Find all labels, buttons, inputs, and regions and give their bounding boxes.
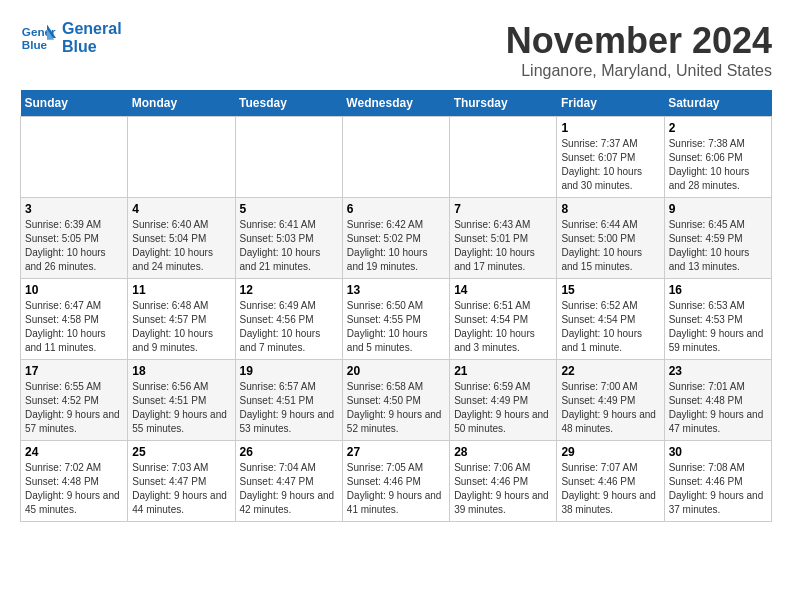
day-cell: 1Sunrise: 7:37 AM Sunset: 6:07 PM Daylig… bbox=[557, 117, 664, 198]
day-info: Sunrise: 6:40 AM Sunset: 5:04 PM Dayligh… bbox=[132, 218, 230, 274]
day-info: Sunrise: 7:08 AM Sunset: 4:46 PM Dayligh… bbox=[669, 461, 767, 517]
day-info: Sunrise: 6:57 AM Sunset: 4:51 PM Dayligh… bbox=[240, 380, 338, 436]
day-cell: 4Sunrise: 6:40 AM Sunset: 5:04 PM Daylig… bbox=[128, 198, 235, 279]
calendar-table: SundayMondayTuesdayWednesdayThursdayFrid… bbox=[20, 90, 772, 522]
day-cell bbox=[450, 117, 557, 198]
day-cell: 10Sunrise: 6:47 AM Sunset: 4:58 PM Dayli… bbox=[21, 279, 128, 360]
header: General Blue General Blue November 2024 … bbox=[20, 20, 772, 80]
day-number: 23 bbox=[669, 364, 767, 378]
day-info: Sunrise: 7:07 AM Sunset: 4:46 PM Dayligh… bbox=[561, 461, 659, 517]
day-number: 3 bbox=[25, 202, 123, 216]
day-cell: 8Sunrise: 6:44 AM Sunset: 5:00 PM Daylig… bbox=[557, 198, 664, 279]
day-cell: 14Sunrise: 6:51 AM Sunset: 4:54 PM Dayli… bbox=[450, 279, 557, 360]
logo-line2: Blue bbox=[62, 38, 122, 56]
day-cell: 25Sunrise: 7:03 AM Sunset: 4:47 PM Dayli… bbox=[128, 441, 235, 522]
day-cell: 18Sunrise: 6:56 AM Sunset: 4:51 PM Dayli… bbox=[128, 360, 235, 441]
day-number: 14 bbox=[454, 283, 552, 297]
month-title: November 2024 bbox=[506, 20, 772, 62]
day-cell bbox=[21, 117, 128, 198]
day-info: Sunrise: 7:00 AM Sunset: 4:49 PM Dayligh… bbox=[561, 380, 659, 436]
day-number: 16 bbox=[669, 283, 767, 297]
day-info: Sunrise: 6:49 AM Sunset: 4:56 PM Dayligh… bbox=[240, 299, 338, 355]
day-number: 4 bbox=[132, 202, 230, 216]
week-row-2: 10Sunrise: 6:47 AM Sunset: 4:58 PM Dayli… bbox=[21, 279, 772, 360]
day-info: Sunrise: 6:50 AM Sunset: 4:55 PM Dayligh… bbox=[347, 299, 445, 355]
day-info: Sunrise: 6:53 AM Sunset: 4:53 PM Dayligh… bbox=[669, 299, 767, 355]
day-info: Sunrise: 6:39 AM Sunset: 5:05 PM Dayligh… bbox=[25, 218, 123, 274]
day-info: Sunrise: 6:41 AM Sunset: 5:03 PM Dayligh… bbox=[240, 218, 338, 274]
day-info: Sunrise: 6:58 AM Sunset: 4:50 PM Dayligh… bbox=[347, 380, 445, 436]
day-cell: 7Sunrise: 6:43 AM Sunset: 5:01 PM Daylig… bbox=[450, 198, 557, 279]
day-number: 10 bbox=[25, 283, 123, 297]
week-row-3: 17Sunrise: 6:55 AM Sunset: 4:52 PM Dayli… bbox=[21, 360, 772, 441]
day-info: Sunrise: 7:06 AM Sunset: 4:46 PM Dayligh… bbox=[454, 461, 552, 517]
day-number: 5 bbox=[240, 202, 338, 216]
logo: General Blue General Blue bbox=[20, 20, 122, 56]
day-cell: 19Sunrise: 6:57 AM Sunset: 4:51 PM Dayli… bbox=[235, 360, 342, 441]
day-info: Sunrise: 7:38 AM Sunset: 6:06 PM Dayligh… bbox=[669, 137, 767, 193]
day-cell: 15Sunrise: 6:52 AM Sunset: 4:54 PM Dayli… bbox=[557, 279, 664, 360]
day-number: 2 bbox=[669, 121, 767, 135]
day-cell: 11Sunrise: 6:48 AM Sunset: 4:57 PM Dayli… bbox=[128, 279, 235, 360]
day-cell: 9Sunrise: 6:45 AM Sunset: 4:59 PM Daylig… bbox=[664, 198, 771, 279]
day-info: Sunrise: 6:52 AM Sunset: 4:54 PM Dayligh… bbox=[561, 299, 659, 355]
day-number: 8 bbox=[561, 202, 659, 216]
day-cell: 6Sunrise: 6:42 AM Sunset: 5:02 PM Daylig… bbox=[342, 198, 449, 279]
title-section: November 2024 Linganore, Maryland, Unite… bbox=[506, 20, 772, 80]
header-friday: Friday bbox=[557, 90, 664, 117]
day-info: Sunrise: 6:48 AM Sunset: 4:57 PM Dayligh… bbox=[132, 299, 230, 355]
day-number: 17 bbox=[25, 364, 123, 378]
day-number: 26 bbox=[240, 445, 338, 459]
day-info: Sunrise: 7:03 AM Sunset: 4:47 PM Dayligh… bbox=[132, 461, 230, 517]
day-number: 29 bbox=[561, 445, 659, 459]
calendar-header-row: SundayMondayTuesdayWednesdayThursdayFrid… bbox=[21, 90, 772, 117]
day-info: Sunrise: 7:01 AM Sunset: 4:48 PM Dayligh… bbox=[669, 380, 767, 436]
day-info: Sunrise: 6:59 AM Sunset: 4:49 PM Dayligh… bbox=[454, 380, 552, 436]
day-cell: 26Sunrise: 7:04 AM Sunset: 4:47 PM Dayli… bbox=[235, 441, 342, 522]
header-monday: Monday bbox=[128, 90, 235, 117]
day-cell bbox=[235, 117, 342, 198]
day-info: Sunrise: 6:45 AM Sunset: 4:59 PM Dayligh… bbox=[669, 218, 767, 274]
day-info: Sunrise: 6:42 AM Sunset: 5:02 PM Dayligh… bbox=[347, 218, 445, 274]
header-wednesday: Wednesday bbox=[342, 90, 449, 117]
day-info: Sunrise: 7:05 AM Sunset: 4:46 PM Dayligh… bbox=[347, 461, 445, 517]
day-info: Sunrise: 6:47 AM Sunset: 4:58 PM Dayligh… bbox=[25, 299, 123, 355]
day-number: 13 bbox=[347, 283, 445, 297]
day-cell: 17Sunrise: 6:55 AM Sunset: 4:52 PM Dayli… bbox=[21, 360, 128, 441]
day-number: 9 bbox=[669, 202, 767, 216]
day-number: 22 bbox=[561, 364, 659, 378]
day-number: 28 bbox=[454, 445, 552, 459]
day-number: 12 bbox=[240, 283, 338, 297]
day-info: Sunrise: 6:56 AM Sunset: 4:51 PM Dayligh… bbox=[132, 380, 230, 436]
day-cell: 29Sunrise: 7:07 AM Sunset: 4:46 PM Dayli… bbox=[557, 441, 664, 522]
header-tuesday: Tuesday bbox=[235, 90, 342, 117]
day-cell: 3Sunrise: 6:39 AM Sunset: 5:05 PM Daylig… bbox=[21, 198, 128, 279]
day-number: 15 bbox=[561, 283, 659, 297]
day-number: 25 bbox=[132, 445, 230, 459]
day-cell: 23Sunrise: 7:01 AM Sunset: 4:48 PM Dayli… bbox=[664, 360, 771, 441]
day-number: 6 bbox=[347, 202, 445, 216]
week-row-4: 24Sunrise: 7:02 AM Sunset: 4:48 PM Dayli… bbox=[21, 441, 772, 522]
logo-icon: General Blue bbox=[20, 20, 56, 56]
day-cell: 28Sunrise: 7:06 AM Sunset: 4:46 PM Dayli… bbox=[450, 441, 557, 522]
day-cell: 24Sunrise: 7:02 AM Sunset: 4:48 PM Dayli… bbox=[21, 441, 128, 522]
day-cell: 12Sunrise: 6:49 AM Sunset: 4:56 PM Dayli… bbox=[235, 279, 342, 360]
header-sunday: Sunday bbox=[21, 90, 128, 117]
day-cell: 16Sunrise: 6:53 AM Sunset: 4:53 PM Dayli… bbox=[664, 279, 771, 360]
day-number: 19 bbox=[240, 364, 338, 378]
day-info: Sunrise: 7:04 AM Sunset: 4:47 PM Dayligh… bbox=[240, 461, 338, 517]
day-cell: 30Sunrise: 7:08 AM Sunset: 4:46 PM Dayli… bbox=[664, 441, 771, 522]
day-info: Sunrise: 6:43 AM Sunset: 5:01 PM Dayligh… bbox=[454, 218, 552, 274]
day-info: Sunrise: 7:02 AM Sunset: 4:48 PM Dayligh… bbox=[25, 461, 123, 517]
day-info: Sunrise: 6:55 AM Sunset: 4:52 PM Dayligh… bbox=[25, 380, 123, 436]
day-number: 20 bbox=[347, 364, 445, 378]
day-number: 18 bbox=[132, 364, 230, 378]
day-cell: 5Sunrise: 6:41 AM Sunset: 5:03 PM Daylig… bbox=[235, 198, 342, 279]
day-cell bbox=[342, 117, 449, 198]
header-thursday: Thursday bbox=[450, 90, 557, 117]
day-number: 1 bbox=[561, 121, 659, 135]
svg-text:Blue: Blue bbox=[22, 38, 48, 51]
day-cell: 20Sunrise: 6:58 AM Sunset: 4:50 PM Dayli… bbox=[342, 360, 449, 441]
week-row-1: 3Sunrise: 6:39 AM Sunset: 5:05 PM Daylig… bbox=[21, 198, 772, 279]
day-number: 21 bbox=[454, 364, 552, 378]
